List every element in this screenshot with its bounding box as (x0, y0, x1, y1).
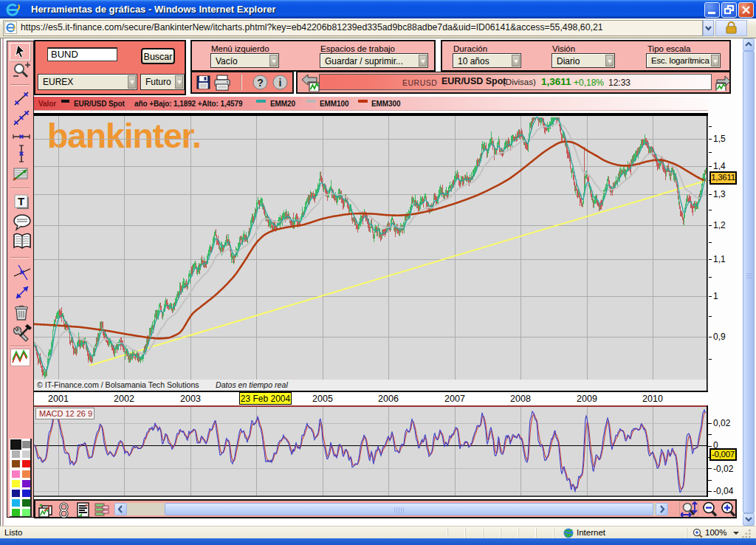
svg-text:bankinter.: bankinter. (47, 117, 201, 155)
svg-text:i: i (279, 77, 282, 89)
svg-text:?: ? (257, 77, 264, 89)
svg-text:Datos en tiempo real: Datos en tiempo real (216, 380, 288, 389)
svg-text:© IT-Finance.com / Bolsamania: © IT-Finance.com / Bolsamania Tech Solut… (37, 380, 199, 389)
svg-text:T: T (18, 195, 24, 208)
